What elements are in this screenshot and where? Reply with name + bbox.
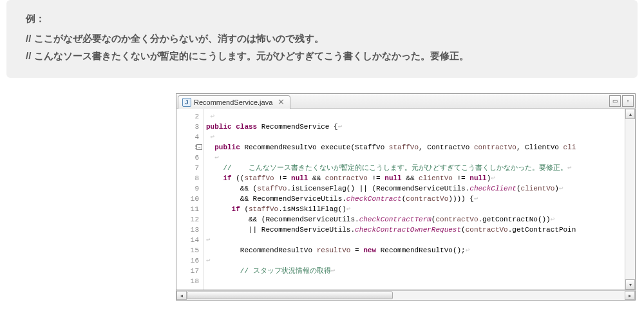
- scroll-up-icon[interactable]: ▴: [625, 109, 635, 119]
- line-number: 9: [176, 183, 199, 194]
- code-line: if ((staffVo != null && contractVo != nu…: [206, 173, 625, 183]
- code-line: ↩: [206, 255, 625, 266]
- scroll-track[interactable]: [187, 291, 625, 300]
- horizontal-scrollbar[interactable]: ◂ ▸: [176, 290, 636, 301]
- line-number: 18: [176, 276, 199, 286]
- line-number: 17: [176, 266, 199, 276]
- line-number: 7: [176, 163, 199, 173]
- example-line-1: // ここがなぜ必要なのか全く分からないが、消すのは怖いので残す。: [26, 30, 618, 48]
- maximize-icon[interactable]: ▫: [622, 95, 634, 107]
- code-line: public class RecommendService {↩: [206, 122, 625, 132]
- line-number: 4: [176, 132, 199, 142]
- line-number: 14: [176, 235, 199, 245]
- code-line: RecommendResultVo resultVo = new Recomme…: [206, 245, 625, 255]
- vertical-scrollbar[interactable]: ▴ ▾: [625, 109, 635, 290]
- scroll-right-icon[interactable]: ▸: [625, 291, 635, 300]
- code-editor: J RecommendService.java ✕ ▭ ▫ 2 3 4 5– 6…: [176, 93, 636, 301]
- line-number: 2: [176, 111, 199, 122]
- editor-body: 2 3 4 5– 6 7 8 9 10 11 12 13 14 15 16 17…: [176, 109, 636, 290]
- code-line: // こんなソース書きたくないが暫定的にこうします。元がひどすぎてこう書くしかな…: [206, 163, 625, 173]
- line-number: 3: [176, 122, 199, 132]
- line-number: 12: [176, 214, 199, 225]
- code-line: ↩: [206, 153, 625, 163]
- scroll-thumb[interactable]: [187, 292, 393, 299]
- line-number: 6: [176, 153, 199, 163]
- code-line: || RecommendServiceUtils.checkContractOw…: [206, 225, 625, 235]
- scroll-track[interactable]: [625, 119, 635, 279]
- fold-marker-icon[interactable]: –: [196, 144, 202, 150]
- java-file-icon: J: [182, 98, 191, 107]
- example-line-2: // こんなソース書きたくないが暫定的にこうします。元がひどすぎてこう書くしかな…: [26, 48, 618, 65]
- code-line: if (staffVo.isMsSkillFlag()↩: [206, 204, 625, 214]
- line-number: 5–: [176, 142, 199, 153]
- code-line: [206, 276, 625, 286]
- code-line: ↩: [206, 111, 625, 122]
- line-number-gutter: 2 3 4 5– 6 7 8 9 10 11 12 13 14 15 16 17…: [176, 109, 204, 290]
- tab-filename: RecommendService.java: [194, 98, 272, 106]
- code-area[interactable]: ↩ public class RecommendService {↩ ↩ pub…: [204, 109, 625, 290]
- minimize-icon[interactable]: ▭: [609, 95, 621, 107]
- code-line: && (RecommendServiceUtils.checkContractT…: [206, 214, 625, 225]
- line-number: 10: [176, 194, 199, 204]
- scroll-left-icon[interactable]: ◂: [176, 291, 187, 300]
- editor-tab[interactable]: J RecommendService.java ✕: [178, 95, 290, 109]
- code-line: ↩: [206, 132, 625, 142]
- example-label: 例：: [26, 13, 618, 25]
- close-icon[interactable]: ✕: [278, 97, 285, 107]
- code-line: // スタッフ状況情報の取得↩: [206, 266, 625, 276]
- code-line: public RecommendResultVo execute(StaffVo…: [206, 142, 625, 153]
- line-number: 16: [176, 255, 199, 266]
- line-number: 8: [176, 173, 199, 183]
- code-line: && (staffVo.isLicenseFlag() || (Recommen…: [206, 183, 625, 194]
- code-line: ↩: [206, 235, 625, 245]
- example-box: 例： // ここがなぜ必要なのか全く分からないが、消すのは怖いので残す。 // …: [6, 0, 638, 78]
- tab-controls: ▭ ▫: [608, 95, 634, 107]
- line-number: 15: [176, 245, 199, 255]
- line-number: 11: [176, 204, 199, 214]
- code-line: && RecommendServiceUtils.checkContract(c…: [206, 194, 625, 204]
- scroll-down-icon[interactable]: ▾: [625, 279, 635, 290]
- line-number: 13: [176, 225, 199, 235]
- tab-bar: J RecommendService.java ✕ ▭ ▫: [176, 93, 636, 109]
